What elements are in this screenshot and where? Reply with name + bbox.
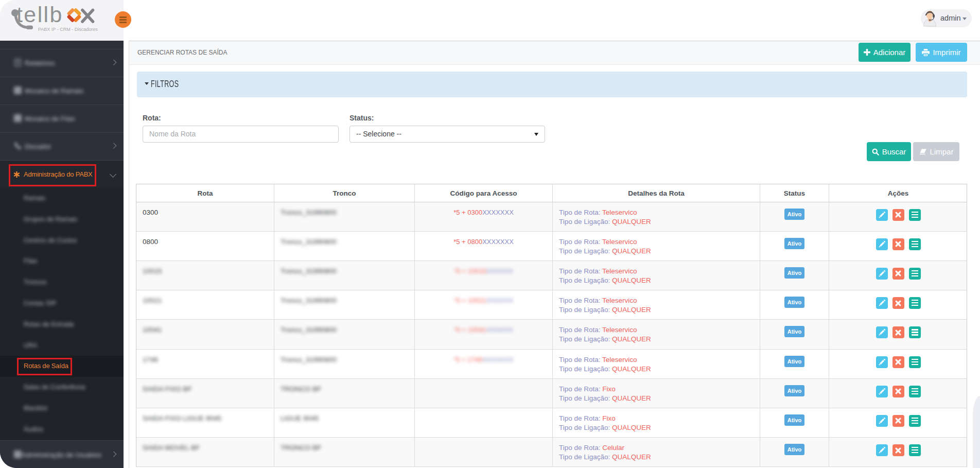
- svg-text:PABX IP - CRM - Discadores: PABX IP - CRM - Discadores: [38, 27, 98, 32]
- svg-text:tellb: tellb: [16, 2, 63, 27]
